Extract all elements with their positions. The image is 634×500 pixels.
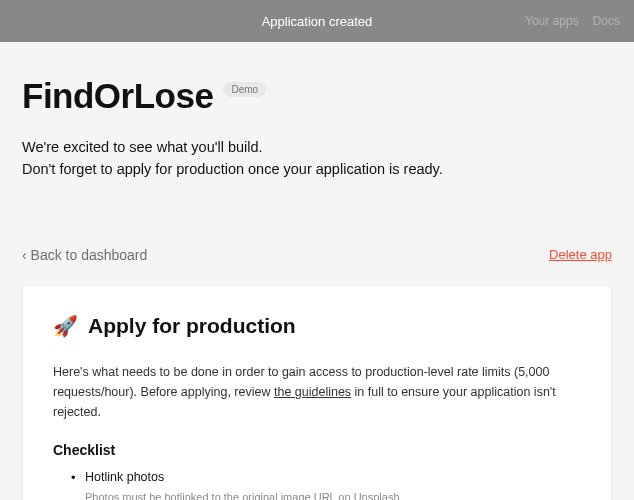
intro-line-2: Don't forget to apply for production onc… (22, 158, 612, 180)
delete-app-link[interactable]: Delete app (549, 247, 612, 262)
checklist-heading: Checklist (53, 442, 581, 458)
intro-line-1: We're excited to see what you'll build. (22, 136, 612, 158)
page-content: FindOrLose Demo We're excited to see wha… (0, 76, 634, 500)
actions-row: ‹ Back to dashboard Delete app (22, 247, 612, 263)
demo-badge: Demo (223, 82, 266, 97)
checklist: Hotlink photos Photos must be hotlinked … (53, 470, 581, 500)
checklist-item: Hotlink photos Photos must be hotlinked … (71, 470, 581, 500)
title-row: FindOrLose Demo (22, 76, 612, 116)
banner-nav: Your apps Docs (525, 14, 620, 28)
nav-docs[interactable]: Docs (593, 14, 620, 28)
app-title: FindOrLose (22, 76, 213, 116)
notification-banner: Application created Your apps Docs (0, 0, 634, 42)
card-title: Apply for production (88, 314, 296, 338)
back-to-dashboard-link[interactable]: ‹ Back to dashboard (22, 247, 147, 263)
intro-text: We're excited to see what you'll build. … (22, 136, 612, 181)
card-title-row: 🚀 Apply for production (53, 314, 581, 338)
apply-production-card: 🚀 Apply for production Here's what needs… (22, 285, 612, 500)
guidelines-link[interactable]: the guidelines (274, 385, 351, 399)
card-description: Here's what needs to be done in order to… (53, 362, 581, 422)
rocket-icon: 🚀 (53, 314, 78, 338)
checklist-item-desc: Photos must be hotlinked to the original… (85, 489, 581, 500)
nav-your-apps[interactable]: Your apps (525, 14, 579, 28)
checklist-item-title: Hotlink photos (85, 470, 581, 484)
banner-message: Application created (262, 14, 373, 29)
